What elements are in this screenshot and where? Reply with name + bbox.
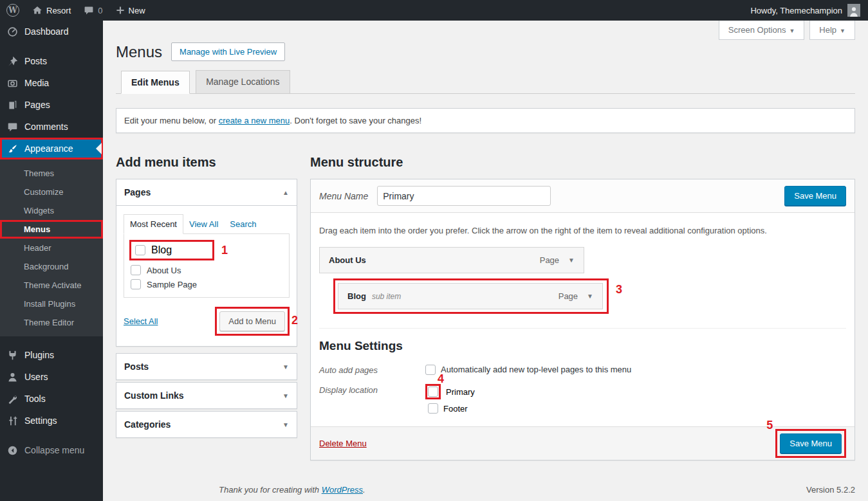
footer-thanks: Thank you for creating with WordPress. <box>219 485 365 495</box>
display-location-primary-checkbox[interactable] <box>428 387 438 397</box>
wordpress-logo-icon: W <box>6 4 19 17</box>
chevron-down-icon[interactable]: ▼ <box>587 293 593 300</box>
menu-item-blog[interactable]: Blog sub item Page ▼ <box>338 283 603 309</box>
chevron-down-icon: ▼ <box>789 28 795 34</box>
tab-edit-menus[interactable]: Edit Menus <box>121 71 190 94</box>
submenu-item-header[interactable]: Header <box>0 239 103 257</box>
annotation-1: 1 <box>221 244 228 257</box>
sidebar-label: Media <box>24 78 49 88</box>
wordpress-logo-menu[interactable]: W <box>0 0 26 21</box>
highlight-box-step5: Save Menu <box>775 429 846 458</box>
sidebar-item-users[interactable]: Users <box>0 366 103 388</box>
submenu-item-theme-editor[interactable]: Theme Editor <box>0 313 103 332</box>
menu-item-title: About Us <box>329 255 366 265</box>
create-new-menu-link[interactable]: create a new menu <box>219 116 290 125</box>
page-option-label: Blog <box>151 244 172 256</box>
sidebar-item-media[interactable]: Media <box>0 72 103 94</box>
sidebar-item-posts[interactable]: Posts <box>0 50 103 72</box>
pages-checklist: Blog 1 About Us Sample Page <box>124 233 290 298</box>
howdy-greeting[interactable]: Howdy, Themechampion <box>750 6 842 15</box>
categories-panel-header[interactable]: Categories ▼ <box>116 412 297 437</box>
tab-search[interactable]: Search <box>224 215 262 233</box>
sidebar-item-tools[interactable]: Tools <box>0 388 103 410</box>
screen-options-button[interactable]: Screen Options▼ <box>719 21 805 40</box>
display-location-label: Display location <box>319 384 425 414</box>
highlight-box-step4: 4 <box>425 384 441 399</box>
custom-links-panel-header[interactable]: Custom Links ▼ <box>116 383 297 408</box>
blog-checkbox[interactable] <box>135 245 145 255</box>
chevron-down-icon: ▼ <box>282 421 289 428</box>
display-location-footer-checkbox[interactable] <box>428 403 438 414</box>
submenu-item-background[interactable]: Background <box>0 257 103 276</box>
chevron-down-icon: ▼ <box>840 28 845 34</box>
paintbrush-icon <box>6 143 19 154</box>
chevron-down-icon[interactable]: ▼ <box>568 257 575 264</box>
sidebar-label: Comments <box>24 122 68 132</box>
submenu-item-themes[interactable]: Themes <box>0 164 103 183</box>
sidebar-item-plugins[interactable]: Plugins <box>0 344 103 366</box>
save-menu-button-top[interactable]: Save Menu <box>784 186 846 206</box>
delete-menu-link[interactable]: Delete Menu <box>319 439 367 448</box>
pushpin-icon <box>6 56 19 67</box>
admin-sidebar: Dashboard Posts Media Pages Comments <box>0 21 103 501</box>
comment-bubble-icon <box>84 5 94 15</box>
home-icon <box>32 5 42 15</box>
tab-manage-locations[interactable]: Manage Locations <box>196 70 290 93</box>
admin-footer: Thank you for creating with WordPress. V… <box>219 485 855 495</box>
sidebar-item-collapse-menu[interactable]: Collapse menu <box>0 439 103 461</box>
menu-name-input[interactable] <box>377 186 551 206</box>
wordpress-link[interactable]: WordPress <box>322 485 363 495</box>
submenu-item-customize[interactable]: Customize <box>0 183 103 201</box>
custom-links-panel: Custom Links ▼ <box>116 382 297 409</box>
categories-panel: Categories ▼ <box>116 411 297 438</box>
sidebar-item-pages[interactable]: Pages <box>0 94 103 116</box>
sidebar-label: Appearance <box>24 143 73 154</box>
highlight-box-step1: Blog 1 <box>129 240 214 260</box>
submenu-item-widgets[interactable]: Widgets <box>0 201 103 220</box>
menu-settings-heading: Menu Settings <box>319 339 846 353</box>
submenu-item-install-plugins[interactable]: Install Plugins <box>0 295 103 313</box>
page-option-row: About Us <box>129 263 284 277</box>
about-us-checkbox[interactable] <box>131 265 141 275</box>
sidebar-item-dashboard[interactable]: Dashboard <box>0 21 103 42</box>
menu-item-type: Page <box>559 291 578 301</box>
sidebar-item-appearance[interactable]: Appearance <box>0 138 103 159</box>
posts-panel: Posts ▼ <box>116 353 297 380</box>
menu-item-about-us[interactable]: About Us Page ▼ <box>319 247 584 273</box>
dashboard-icon <box>6 26 19 37</box>
menu-actions-row: Delete Menu Save Menu 5 <box>311 426 854 460</box>
sidebar-label: Collapse menu <box>24 445 84 455</box>
submenu-item-theme-activate[interactable]: Theme Activate <box>0 276 103 295</box>
manage-live-preview-button[interactable]: Manage with Live Preview <box>171 42 285 61</box>
auto-add-pages-option-label: Automatically add new top-level pages to… <box>441 365 631 374</box>
annotation-4: 4 <box>438 372 444 386</box>
annotation-5: 5 <box>766 419 773 432</box>
sample-page-checkbox[interactable] <box>131 279 141 289</box>
select-all-link[interactable]: Select All <box>124 316 158 326</box>
tab-most-recent[interactable]: Most Recent <box>124 214 183 234</box>
highlight-box-step3: Blog sub item Page ▼ 3 <box>333 278 609 314</box>
help-button[interactable]: Help▼ <box>809 21 855 40</box>
page-option-label: Sample Page <box>147 280 197 289</box>
pages-panel-header[interactable]: Pages ▲ <box>116 179 297 206</box>
sidebar-label: Plugins <box>24 350 54 360</box>
posts-panel-header[interactable]: Posts ▼ <box>116 354 297 379</box>
footer-thanks-text: . <box>363 485 365 495</box>
site-link[interactable]: Resort <box>26 0 77 21</box>
menu-name-label: Menu Name <box>319 191 368 201</box>
sidebar-item-comments[interactable]: Comments <box>0 116 103 138</box>
submenu-item-menus[interactable]: Menus <box>0 220 103 239</box>
tab-view-all[interactable]: View All <box>183 215 224 233</box>
footer-thanks-text: Thank you for creating with <box>219 485 322 495</box>
comments-icon <box>6 122 19 132</box>
add-to-menu-button[interactable]: Add to Menu <box>219 311 285 331</box>
sidebar-item-settings[interactable]: Settings <box>0 410 103 432</box>
avatar[interactable] <box>847 4 860 17</box>
admin-content: Screen Options▼ Help▼ Menus Manage with … <box>103 21 868 501</box>
nav-tabs: Edit Menus Manage Locations <box>116 70 855 94</box>
menu-name-row: Menu Name Save Menu <box>311 179 854 213</box>
new-content-menu[interactable]: New <box>109 0 152 21</box>
auto-add-pages-checkbox[interactable] <box>425 365 436 375</box>
save-menu-button-bottom[interactable]: Save Menu <box>780 433 842 453</box>
comments-shortcut[interactable]: 0 <box>77 0 109 21</box>
